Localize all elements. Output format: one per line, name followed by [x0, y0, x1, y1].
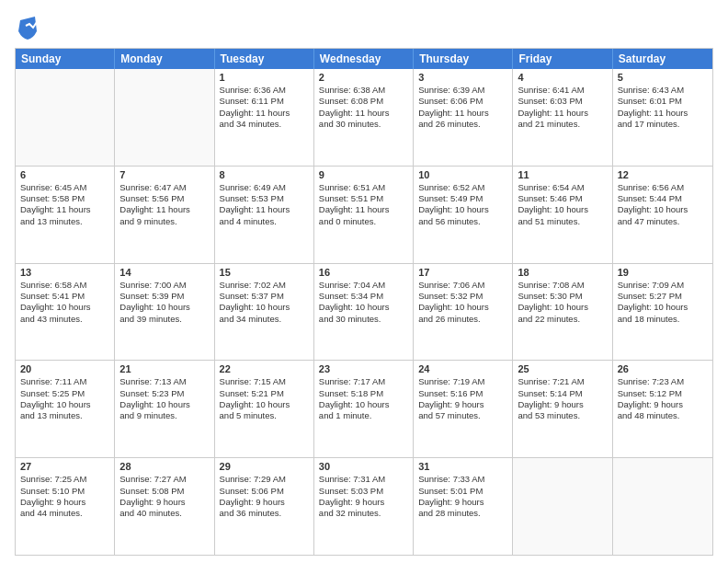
day-number: 22 — [220, 363, 309, 374]
calendar-body: 1Sunrise: 6:36 AMSunset: 6:11 PMDaylight… — [16, 69, 712, 555]
day-cell-5: 5Sunrise: 6:43 AMSunset: 6:01 PMDaylight… — [613, 69, 712, 166]
cell-text: Daylight: 10 hours — [220, 399, 309, 410]
header-cell-tuesday: Tuesday — [215, 49, 314, 69]
day-number: 26 — [618, 363, 708, 374]
cell-text: Daylight: 11 hours — [319, 108, 408, 119]
cell-text: and 9 minutes. — [119, 410, 209, 421]
cell-text: and 26 minutes. — [418, 314, 507, 325]
cell-text: Sunrise: 6:49 AM — [220, 182, 309, 193]
cell-text: and 36 minutes. — [220, 508, 309, 519]
cell-text: Sunrise: 7:13 AM — [119, 376, 209, 387]
cell-text: and 53 minutes. — [518, 410, 607, 421]
day-number: 5 — [618, 72, 708, 83]
cell-text: Sunrise: 7:25 AM — [20, 474, 109, 485]
cell-text: Daylight: 9 hours — [119, 497, 209, 508]
cell-text: Sunset: 5:32 PM — [418, 291, 507, 302]
cell-text: Sunrise: 6:54 AM — [518, 182, 607, 193]
cell-text: Daylight: 10 hours — [418, 302, 507, 313]
day-number: 6 — [20, 169, 109, 180]
cell-text: Daylight: 10 hours — [20, 399, 109, 410]
day-cell-2: 2Sunrise: 6:38 AMSunset: 6:08 PMDaylight… — [314, 69, 414, 166]
day-number: 14 — [119, 267, 209, 278]
cell-text: Sunrise: 6:38 AM — [319, 85, 408, 96]
cell-text: and 32 minutes. — [319, 508, 408, 519]
cell-text: Sunset: 5:53 PM — [220, 193, 309, 204]
cell-text: Sunrise: 7:09 AM — [618, 280, 708, 291]
cell-text: Sunrise: 6:41 AM — [518, 85, 607, 96]
day-number: 27 — [20, 461, 109, 472]
day-cell-31: 31Sunrise: 7:33 AMSunset: 5:01 PMDayligh… — [414, 458, 513, 555]
header-cell-friday: Friday — [513, 49, 612, 69]
empty-cell — [613, 458, 712, 555]
day-cell-18: 18Sunrise: 7:08 AMSunset: 5:30 PMDayligh… — [513, 264, 612, 361]
cell-text: Daylight: 9 hours — [518, 399, 607, 410]
day-number: 24 — [418, 363, 507, 374]
cell-text: Daylight: 11 hours — [618, 108, 708, 119]
header-cell-saturday: Saturday — [613, 49, 712, 69]
day-cell-16: 16Sunrise: 7:04 AMSunset: 5:34 PMDayligh… — [314, 264, 414, 361]
cell-text: Daylight: 9 hours — [220, 497, 309, 508]
cell-text: Sunset: 6:06 PM — [418, 96, 507, 107]
cell-text: and 0 minutes. — [319, 216, 408, 227]
cell-text: Sunset: 5:37 PM — [220, 291, 309, 302]
day-number: 23 — [319, 363, 408, 374]
cell-text: and 9 minutes. — [119, 216, 209, 227]
cell-text: Sunrise: 7:33 AM — [418, 474, 507, 485]
cell-text: Sunrise: 6:51 AM — [319, 182, 408, 193]
cell-text: and 5 minutes. — [220, 410, 309, 421]
cell-text: Daylight: 11 hours — [20, 204, 109, 215]
cell-text: and 22 minutes. — [518, 314, 607, 325]
cell-text: Daylight: 11 hours — [220, 204, 309, 215]
cell-text: Daylight: 10 hours — [119, 302, 209, 313]
cell-text: Sunrise: 7:19 AM — [418, 376, 507, 387]
day-number: 4 — [518, 72, 607, 83]
day-cell-29: 29Sunrise: 7:29 AMSunset: 5:06 PMDayligh… — [215, 458, 314, 555]
cell-text: Daylight: 10 hours — [618, 302, 708, 313]
day-number: 7 — [119, 169, 209, 180]
cell-text: and 17 minutes. — [618, 119, 708, 130]
cell-text: Daylight: 11 hours — [220, 108, 309, 119]
day-number: 9 — [319, 169, 408, 180]
cell-text: Sunset: 5:10 PM — [20, 486, 109, 497]
cell-text: Sunset: 5:39 PM — [119, 291, 209, 302]
cell-text: Daylight: 9 hours — [418, 399, 507, 410]
header — [15, 11, 713, 40]
cell-text: Sunset: 5:21 PM — [220, 388, 309, 399]
cell-text: Sunset: 5:01 PM — [418, 486, 507, 497]
cell-text: Daylight: 9 hours — [319, 497, 408, 508]
cell-text: Daylight: 11 hours — [418, 108, 507, 119]
day-cell-4: 4Sunrise: 6:41 AMSunset: 6:03 PMDaylight… — [513, 69, 612, 166]
cell-text: and 48 minutes. — [618, 410, 708, 421]
empty-cell — [16, 69, 115, 166]
cell-text: Sunrise: 7:29 AM — [220, 474, 309, 485]
header-cell-wednesday: Wednesday — [314, 49, 414, 69]
logo-icon — [17, 15, 39, 40]
cell-text: and 44 minutes. — [20, 508, 109, 519]
day-number: 17 — [418, 267, 507, 278]
cell-text: and 21 minutes. — [518, 119, 607, 130]
cell-text: Daylight: 10 hours — [319, 302, 408, 313]
day-cell-6: 6Sunrise: 6:45 AMSunset: 5:58 PMDaylight… — [16, 167, 115, 263]
cell-text: Sunrise: 6:39 AM — [418, 85, 507, 96]
day-cell-27: 27Sunrise: 7:25 AMSunset: 5:10 PMDayligh… — [16, 458, 115, 555]
day-cell-26: 26Sunrise: 7:23 AMSunset: 5:12 PMDayligh… — [613, 361, 712, 457]
cell-text: Sunset: 5:34 PM — [319, 291, 408, 302]
cell-text: and 13 minutes. — [20, 216, 109, 227]
cell-text: Sunset: 5:56 PM — [119, 193, 209, 204]
day-number: 20 — [20, 363, 109, 374]
cell-text: and 34 minutes. — [220, 119, 309, 130]
cell-text: Sunset: 5:06 PM — [220, 486, 309, 497]
cell-text: Sunrise: 7:02 AM — [220, 280, 309, 291]
day-number: 2 — [319, 72, 408, 83]
cell-text: Sunrise: 7:11 AM — [20, 376, 109, 387]
cell-text: Daylight: 10 hours — [20, 302, 109, 313]
cell-text: Daylight: 9 hours — [618, 399, 708, 410]
header-cell-sunday: Sunday — [16, 49, 115, 69]
cell-text: Daylight: 11 hours — [518, 108, 607, 119]
cell-text: Daylight: 11 hours — [119, 204, 209, 215]
cell-text: and 1 minute. — [319, 410, 408, 421]
cell-text: Sunrise: 6:45 AM — [20, 182, 109, 193]
cell-text: Daylight: 11 hours — [319, 204, 408, 215]
cell-text: and 39 minutes. — [119, 314, 209, 325]
cell-text: and 51 minutes. — [518, 216, 607, 227]
